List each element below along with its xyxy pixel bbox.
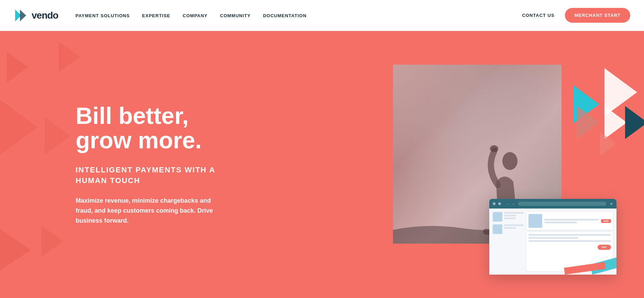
mock-add-button[interactable]: ADD: [601, 219, 611, 223]
mock-line-2b: [504, 227, 516, 229]
mock-star: ★: [610, 202, 613, 206]
mock-sidebar-item-1: [493, 212, 524, 222]
tri-dark-teal: [625, 106, 644, 139]
hero-description: Maximize revenue, minimize chargebacks a…: [76, 196, 227, 225]
tri-bottom-left-2: [41, 226, 64, 257]
mock-header: ← → ★: [489, 199, 616, 209]
svg-point-2: [502, 152, 517, 170]
mock-card-line-2c: [528, 240, 611, 242]
nav-item-expertise[interactable]: EXPERTISE: [142, 12, 170, 19]
nav-item-community[interactable]: COMMUNITY: [220, 12, 251, 19]
merchant-start-button[interactable]: MERCHANT START: [565, 8, 630, 23]
mock-card-img-1: [528, 214, 542, 228]
nav-item-documentation[interactable]: DOCUMENTATION: [263, 12, 307, 19]
brand-name: vendo: [32, 10, 58, 21]
mock-arrow-left: ←: [506, 202, 510, 206]
tri-pink-medium: [577, 106, 599, 139]
mock-pay-wrapper: PAY: [528, 245, 611, 250]
mock-sq-1: [493, 212, 502, 222]
hero-image-area: ← → ★: [393, 65, 616, 264]
mock-sidebar: [493, 212, 524, 271]
mock-line-1b: [504, 215, 516, 216]
mock-dot-1: [493, 202, 495, 205]
hero-title: Bill better, grow more.: [76, 104, 227, 153]
mock-pay-button[interactable]: PAY: [598, 245, 611, 250]
tri-top-left-2: [58, 41, 80, 72]
mock-line-2a: [504, 224, 524, 226]
svg-marker-1: [20, 10, 26, 21]
mock-sq-2: [493, 224, 502, 234]
mock-card-line-2a: [528, 234, 611, 236]
navbar-left: vendo PAYMENT SOLUTIONS EXPERTISE COMPAN…: [14, 8, 307, 23]
svg-point-3: [490, 145, 498, 152]
mock-nav-area: ← → ★: [506, 202, 613, 206]
tri-bottom-left-1: [0, 229, 31, 270]
mock-sq-lines-1: [504, 212, 524, 219]
mock-dot-2: [498, 202, 501, 205]
vendo-logo-icon: [14, 8, 28, 23]
mock-line-1a: [504, 212, 524, 214]
mock-card-line-2b: [528, 237, 578, 239]
tri-top-left-1: [7, 52, 28, 83]
mock-line-1c: [504, 217, 516, 219]
mock-card-content-1: [544, 219, 599, 223]
mock-arrow-right: →: [511, 202, 515, 206]
mock-sq-lines-2: [504, 224, 524, 229]
mock-card-1: ADD: [526, 212, 613, 230]
mock-url-bar: [518, 202, 606, 206]
hero-section: Bill better, grow more. INTELLIGENT PAYM…: [0, 31, 644, 298]
nav-item-payment-solutions[interactable]: PAYMENT SOLUTIONS: [75, 12, 130, 19]
navbar: vendo PAYMENT SOLUTIONS EXPERTISE COMPAN…: [0, 0, 644, 31]
nav-links: PAYMENT SOLUTIONS EXPERTISE COMPANY COMM…: [75, 12, 306, 19]
mock-card-line-1a: [544, 219, 599, 221]
hero-content: Bill better, grow more. INTELLIGENT PAYM…: [0, 104, 248, 226]
mock-sidebar-item-2: [493, 224, 524, 234]
contact-link[interactable]: CONTACT US: [522, 13, 554, 18]
mock-card-line-1b: [544, 222, 577, 223]
nav-item-company[interactable]: COMPANY: [183, 12, 207, 19]
tri-pink-small: [600, 132, 616, 156]
navbar-right: CONTACT US MERCHANT START: [522, 8, 630, 23]
logo[interactable]: vendo: [14, 8, 58, 23]
dashboard-mockup: ← → ★: [489, 199, 616, 275]
hero-subtitle: INTELLIGENT PAYMENTS WITH A HUMAN TOUCH: [76, 165, 227, 186]
